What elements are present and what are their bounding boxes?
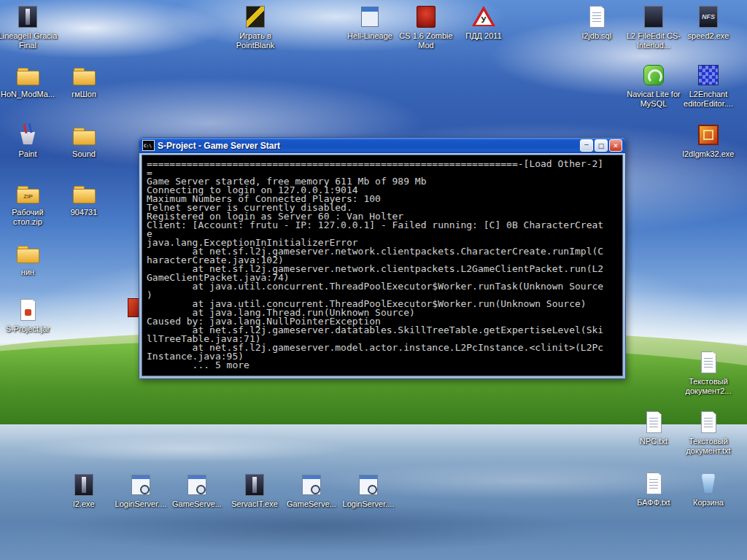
- desktop-icon-nin[interactable]: нин: [0, 241, 58, 277]
- l2jdb-sql-icon: [584, 4, 609, 29]
- desktop-icon-hell-lineage[interactable]: Hell-Lineage: [339, 4, 400, 41]
- window-title: S-Project - Game Server Start: [158, 141, 577, 151]
- nin-icon: [15, 241, 40, 265]
- baff-txt-icon: [641, 471, 666, 496]
- l2-fileedit-icon: [641, 4, 666, 29]
- desktop-icon-sound[interactable]: Sound: [53, 122, 115, 159]
- icon-label: 904731: [53, 208, 115, 217]
- desktop-icon-rabochiy-stol-zip[interactable]: Рабочий стол.zip: [0, 181, 58, 227]
- console-icon: C:\: [142, 140, 155, 151]
- desktop-icon-gmshop[interactable]: гмШоп: [53, 63, 115, 99]
- close-button[interactable]: ✕: [609, 139, 622, 152]
- icon-label: LoginServer....: [110, 499, 171, 509]
- icon-label: L2Enchant editorEditor....: [678, 90, 739, 109]
- desktop-icon-l2-exe[interactable]: l2.exe: [53, 472, 115, 509]
- desktop-icon-hon-modma[interactable]: HoN_ModMa...: [0, 63, 58, 99]
- desktop-icon-loginserver-bat-2[interactable]: LoginServer....: [338, 472, 399, 509]
- cs16-zombie-mod-icon: [414, 4, 438, 29]
- icon-label: Hell-Lineage: [339, 31, 400, 41]
- icon-label: Текстовый документ2...: [678, 377, 739, 396]
- icon-label: L2 FileEdit CS-Interlud...: [623, 31, 684, 50]
- speed2-exe-icon: [696, 4, 721, 29]
- loginserver-bat-1-icon: [128, 472, 153, 497]
- desktop-icon-lineage2-gracia-final[interactable]: LineageII Gracia Final: [0, 4, 58, 50]
- desktop-icon-gameserver-bat-1[interactable]: GameServe...: [166, 472, 228, 509]
- icon-label: Sound: [53, 149, 115, 159]
- desktop-icon-baff-txt[interactable]: БАФФ.txt: [623, 471, 684, 508]
- icon-label: Играть в PointBlank: [225, 31, 286, 50]
- icon-label: l2dlgmk32.exe: [678, 149, 739, 159]
- icon-label: нин: [0, 268, 58, 277]
- loginserver-bat-2-icon: [356, 472, 381, 497]
- console-line: Client: [Account: frutu - IP: 127.0.0.1]…: [147, 221, 619, 230]
- npc-txt-icon: [641, 410, 666, 435]
- desktop-icon-l2enchant-editor[interactable]: L2Enchant editorEditor....: [678, 63, 739, 109]
- desktop-icon-speed2-exe[interactable]: speed2.exe: [678, 4, 739, 41]
- desktop-icon-folder-904731[interactable]: 904731: [53, 181, 115, 217]
- icon-label: speed2.exe: [678, 31, 739, 41]
- window-titlebar[interactable]: C:\ S-Project - Game Server Start ─ □ ✕: [139, 138, 625, 153]
- icon-label: гмШоп: [53, 90, 115, 99]
- sound-icon: [71, 122, 96, 147]
- play-pointblank-icon: [243, 4, 268, 29]
- gmshop-icon: [71, 63, 96, 88]
- icon-label: HoN_ModMa...: [0, 90, 58, 99]
- maximize-button[interactable]: □: [595, 139, 608, 152]
- icon-label: LineageII Gracia Final: [0, 31, 58, 50]
- gameserver-bat-1-icon: [185, 472, 209, 497]
- console-line: at java.util.concurrent.ThreadPoolExecut…: [147, 282, 619, 291]
- servacit-exe-icon: [242, 472, 267, 497]
- desktop-icon-text-document-txt[interactable]: Текстовый документ.txt: [678, 410, 739, 456]
- l2dlgmk32-exe-icon: [696, 122, 721, 147]
- l2enchant-editor-icon: [696, 63, 721, 88]
- desktop[interactable]: LineageII Gracia FinalИграть в PointBlan…: [0, 0, 747, 560]
- icon-label: GameServe...: [281, 499, 342, 509]
- hell-lineage-icon: [357, 4, 382, 29]
- desktop-icon-npc-txt[interactable]: NPC.txt: [623, 410, 684, 446]
- hon-modma-icon: [15, 63, 40, 88]
- desktop-icon-play-pointblank[interactable]: Играть в PointBlank: [225, 4, 286, 50]
- folder-904731-icon: [71, 181, 96, 206]
- desktop-icon-loginserver-bat-1[interactable]: LoginServer....: [110, 472, 171, 509]
- icon-label: GameServe...: [166, 499, 228, 509]
- desktop-icon-s-project-jar[interactable]: S-Project.jar: [0, 298, 58, 334]
- icon-label: LoginServer....: [338, 499, 399, 509]
- icon-label: Рабочий стол.zip: [0, 208, 58, 227]
- icon-label: l2jdb.sql: [566, 31, 627, 41]
- desktop-icon-recycle-bin[interactable]: Корзина: [678, 471, 739, 508]
- console-output[interactable]: ========================================…: [142, 155, 623, 376]
- desktop-icon-l2jdb-sql[interactable]: l2jdb.sql: [566, 4, 627, 41]
- minimize-button[interactable]: ─: [580, 139, 593, 152]
- icon-label: Paint: [0, 149, 58, 159]
- desktop-icon-pdd-2011[interactable]: ПДД 2011: [453, 4, 514, 41]
- icon-label: l2.exe: [53, 499, 115, 509]
- desktop-icon-text-document2[interactable]: Текстовый документ2...: [678, 350, 739, 396]
- desktop-icon-gameserver-bat-2[interactable]: GameServe...: [281, 472, 342, 509]
- console-line: ... 5 more: [147, 361, 619, 370]
- desktop-icon-paint[interactable]: Paint: [0, 122, 58, 159]
- icon-label: Navicat Lite for MySQL: [623, 90, 684, 109]
- icon-label: Текстовый документ.txt: [678, 437, 739, 456]
- pdd-2011-icon: [471, 4, 496, 29]
- console-line: ========================================…: [147, 160, 619, 168]
- icon-label: NPC.txt: [623, 437, 684, 446]
- window-body: ========================================…: [139, 153, 625, 378]
- console-window: C:\ S-Project - Game Server Start ─ □ ✕ …: [139, 137, 626, 379]
- navicat-lite-icon: [641, 63, 666, 88]
- gameserver-bat-2-icon: [299, 472, 324, 497]
- desktop-icon-cs16-zombie-mod[interactable]: CS 1.6 Zombie Mod: [395, 4, 457, 50]
- icon-label: ServacIT.exe: [224, 499, 285, 509]
- desktop-icon-l2dlgmk32-exe[interactable]: l2dlgmk32.exe: [678, 122, 739, 159]
- desktop-icon-servacit-exe[interactable]: ServacIT.exe: [224, 472, 285, 509]
- lineage2-gracia-final-icon: [15, 4, 40, 29]
- l2-exe-icon: [71, 472, 96, 497]
- recycle-bin-icon: [696, 471, 721, 496]
- window-controls: ─ □ ✕: [580, 139, 622, 152]
- desktop-icon-navicat-lite[interactable]: Navicat Lite for MySQL: [623, 63, 684, 109]
- icon-label: Корзина: [678, 498, 739, 508]
- icon-label: S-Project.jar: [0, 324, 58, 334]
- desktop-icon-l2-fileedit[interactable]: L2 FileEdit CS-Interlud...: [623, 4, 684, 50]
- icon-label: БАФФ.txt: [623, 498, 684, 508]
- icon-label: CS 1.6 Zombie Mod: [395, 31, 457, 50]
- text-document2-icon: [696, 350, 721, 375]
